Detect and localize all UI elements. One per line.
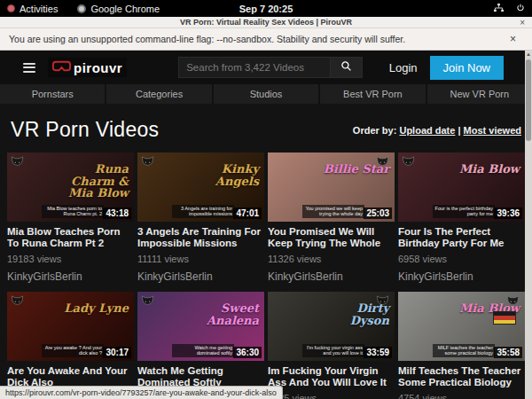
menu-item-studios[interactable]: Studios bbox=[214, 84, 320, 104]
browser-titlebar: VR Porn: Virtual Reality Sex Videos | Pi… bbox=[0, 17, 532, 28]
video-card[interactable]: Billie Star You promised we will keep tr… bbox=[268, 153, 395, 283]
video-duration-badge: 25:03 bbox=[364, 207, 392, 219]
scrollbar-up-arrow-icon[interactable]: ▲ bbox=[526, 51, 531, 57]
video-views: 2725 views bbox=[268, 393, 395, 399]
page-header: VR Porn Videos Order by: Upload date | M… bbox=[0, 104, 532, 153]
studio-cat-logo-icon bbox=[11, 155, 24, 171]
video-title-link[interactable]: You Promised We Will Keep Trying The Who… bbox=[268, 226, 395, 249]
os-taskbar: Activities Google Chrome Sep 7 20:25 bbox=[0, 0, 532, 17]
warning-text: You are using an unsupported command-lin… bbox=[9, 34, 405, 44]
video-card[interactable]: Mia Blow Four is the perfect birthday pa… bbox=[398, 153, 525, 283]
thumbnail-caption: Mia Blow teaches porn to Runa Charm pt. … bbox=[42, 205, 104, 218]
studio-cat-logo-icon bbox=[141, 155, 154, 171]
category-menu: Pornstars Categories Studios Best VR Por… bbox=[0, 84, 532, 104]
video-duration-badge: 36:30 bbox=[233, 347, 262, 358]
menu-item-pornstars[interactable]: Pornstars bbox=[0, 84, 106, 104]
thumbnail-overlay-title: Runa Charm & Mia Blow bbox=[58, 163, 129, 200]
thumbnail-caption: I'm fucking your virgin ass and you will… bbox=[302, 344, 364, 357]
video-duration-badge: 30:17 bbox=[103, 347, 131, 358]
search-input[interactable] bbox=[178, 57, 331, 78]
video-card[interactable]: Runa Charm & Mia Blow Mia Blow teaches p… bbox=[7, 153, 134, 283]
order-separator: | bbox=[458, 125, 460, 136]
menu-item-categories[interactable]: Categories bbox=[106, 84, 213, 104]
distro-logo-icon bbox=[7, 4, 15, 12]
studio-cat-logo-icon bbox=[11, 294, 24, 310]
page-tab-title: VR Porn: Virtual Reality Sex Videos | Pi… bbox=[180, 18, 352, 27]
video-thumbnail[interactable]: Kinky Angels 3 Angels are training for i… bbox=[137, 153, 264, 222]
order-by-label: Order by: bbox=[353, 125, 400, 136]
site-navbar: pirouvr Login Join Now bbox=[0, 51, 532, 84]
video-title-link[interactable]: Mia Blow Teaches Porn To Runa Charm Pt 2 bbox=[7, 226, 134, 249]
thumbnail-caption: You promised we will keep trying the who… bbox=[302, 205, 364, 218]
studio-cat-logo-icon bbox=[141, 294, 154, 310]
video-views: 11111 views bbox=[137, 254, 264, 264]
chrome-taskbar-item[interactable]: Google Chrome bbox=[77, 4, 160, 14]
video-thumbnail[interactable]: Mia Blow MILF teaches the teacher some p… bbox=[398, 292, 525, 361]
thumbnail-caption: 3 Angels are training for impossible mis… bbox=[172, 205, 234, 218]
status-url-tooltip: https://pirouvr.com/vr-porn-video/779325… bbox=[0, 386, 283, 399]
video-card[interactable]: Sweet Analena Watch me getting dominated… bbox=[137, 292, 264, 399]
video-card[interactable]: Mia Blow MILF teaches the teacher some p… bbox=[398, 292, 525, 399]
thumbnail-caption: Four is the perfect birthday party for m… bbox=[433, 205, 495, 218]
thumbnail-overlay-title: Kinky Angels bbox=[188, 163, 259, 187]
video-studio-link[interactable]: KinkyGirlsBerlin bbox=[137, 270, 264, 283]
vr-goggles-icon bbox=[52, 59, 71, 75]
video-duration-badge: 43:18 bbox=[103, 207, 131, 219]
join-now-button[interactable]: Join Now bbox=[430, 56, 504, 80]
thumbnail-overlay-title: Dirty Dyson bbox=[318, 302, 389, 326]
clock[interactable]: Sep 7 20:25 bbox=[239, 4, 293, 14]
thumbnail-caption: Are you awake ? And your dick also ? bbox=[42, 344, 104, 357]
video-card[interactable]: Lady Lyne Are you awake ? And your dick … bbox=[7, 292, 134, 399]
hamburger-menu-icon[interactable] bbox=[23, 63, 35, 73]
thumbnail-overlay-title: Lady Lyne bbox=[64, 302, 129, 315]
video-title-link[interactable]: Four Is The Perfect Birthday Party For M… bbox=[398, 226, 525, 249]
page-scrollbar[interactable]: ▲ bbox=[525, 51, 532, 399]
site-logo-text: pirouvr bbox=[74, 60, 122, 75]
network-icon[interactable] bbox=[494, 4, 504, 14]
search-button[interactable] bbox=[331, 57, 363, 78]
video-views: 19183 views bbox=[7, 254, 134, 264]
video-title-link[interactable]: Milf Teaches The Teacher Some Practical … bbox=[398, 365, 525, 388]
order-most-viewed-link[interactable]: Most viewed bbox=[464, 125, 521, 136]
video-card[interactable]: Dirty Dyson I'm fucking your virgin ass … bbox=[268, 292, 395, 399]
thumbnail-overlay-title: Billie Star bbox=[324, 163, 389, 176]
site-logo[interactable]: pirouvr bbox=[48, 58, 127, 77]
video-thumbnail[interactable]: Sweet Analena Watch me getting dominated… bbox=[137, 292, 264, 361]
video-card[interactable]: Kinky Angels 3 Angels are training for i… bbox=[137, 153, 264, 283]
video-studio-link[interactable]: KinkyGirlsBerlin bbox=[268, 270, 395, 283]
video-thumbnail[interactable]: Lady Lyne Are you awake ? And your dick … bbox=[7, 292, 134, 361]
menu-item-best-vr[interactable]: Best VR Porn bbox=[320, 84, 426, 104]
video-title-link[interactable]: 3 Angels Are Training For Impossible Mis… bbox=[137, 226, 264, 249]
taskbar-status-area bbox=[494, 4, 525, 14]
thumbnail-overlay-title: Sweet Analena bbox=[188, 302, 259, 326]
search-bar bbox=[178, 57, 363, 78]
video-grid: Runa Charm & Mia Blow Mia Blow teaches p… bbox=[0, 153, 532, 399]
scrollbar-thumb[interactable] bbox=[526, 59, 531, 141]
search-icon bbox=[340, 59, 352, 75]
video-duration-badge: 35:58 bbox=[494, 347, 522, 358]
video-title-link[interactable]: Im Fucking Your Virgin Ass And You Will … bbox=[268, 365, 395, 388]
power-icon[interactable] bbox=[516, 4, 525, 14]
video-views: 11326 views bbox=[268, 254, 395, 264]
menu-item-new-vr[interactable]: New VR Porn bbox=[427, 84, 532, 104]
video-studio-link[interactable]: KinkyGirlsBerlin bbox=[7, 270, 134, 283]
video-views: 4754 views bbox=[398, 393, 525, 399]
login-link[interactable]: Login bbox=[377, 61, 430, 74]
video-thumbnail[interactable]: Runa Charm & Mia Blow Mia Blow teaches p… bbox=[7, 153, 134, 222]
warning-close-icon[interactable]: × bbox=[510, 33, 523, 45]
video-thumbnail[interactable]: Mia Blow Four is the perfect birthday pa… bbox=[398, 153, 525, 222]
order-upload-date-link[interactable]: Upload date bbox=[399, 125, 455, 136]
german-flag-icon bbox=[493, 311, 516, 325]
chrome-warning-bar: You are using an unsupported command-lin… bbox=[0, 28, 532, 51]
thumbnail-caption: Watch me getting dominated softly bbox=[172, 344, 234, 357]
video-thumbnail[interactable]: Billie Star You promised we will keep tr… bbox=[268, 153, 395, 222]
tab-close-icon[interactable]: × bbox=[520, 17, 525, 28]
activities-button[interactable]: Activities bbox=[7, 4, 58, 14]
thumbnail-caption: MILF teaches the teacher some practical … bbox=[433, 344, 495, 357]
video-duration-badge: 47:01 bbox=[233, 207, 262, 219]
video-studio-link[interactable]: KinkyGirlsBerlin bbox=[398, 270, 525, 283]
activities-label: Activities bbox=[20, 4, 58, 14]
video-thumbnail[interactable]: Dirty Dyson I'm fucking your virgin ass … bbox=[268, 292, 395, 361]
chrome-icon bbox=[77, 4, 86, 13]
page-title: VR Porn Videos bbox=[11, 118, 159, 142]
